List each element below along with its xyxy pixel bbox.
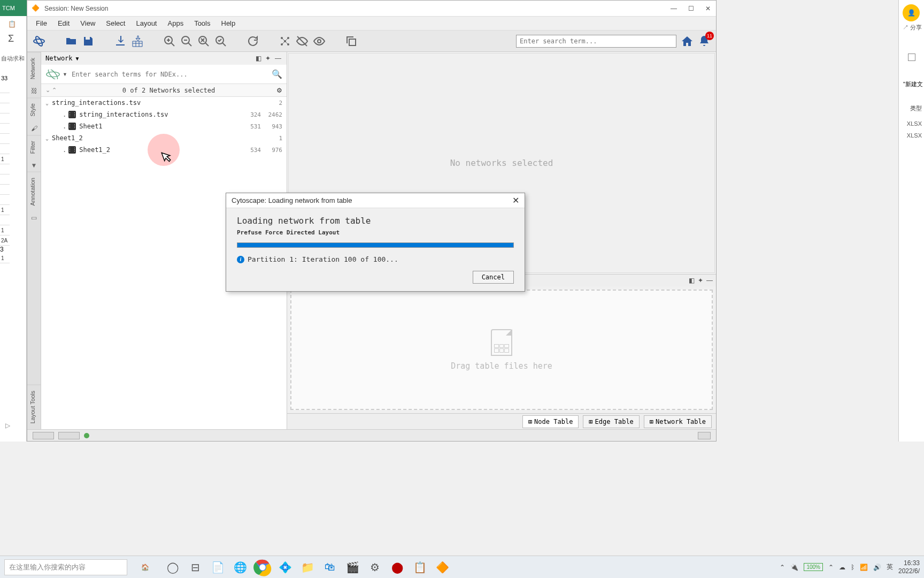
video-icon[interactable]: 🎬: [343, 558, 361, 576]
zoom-in-icon[interactable]: [163, 35, 176, 48]
cell[interactable]: [0, 185, 10, 195]
menu-select[interactable]: Select: [102, 17, 129, 29]
menu-tools[interactable]: Tools: [190, 17, 214, 29]
clock[interactable]: 16:33 2022/6/: [898, 559, 920, 575]
dialog-titlebar[interactable]: Cytoscape: Loading network from table ✕: [226, 193, 525, 208]
show-icon[interactable]: [313, 35, 326, 48]
ndex-search-input[interactable]: [70, 69, 270, 80]
maximize-button[interactable]: ☐: [687, 5, 695, 12]
first-neighbors-icon[interactable]: [279, 35, 291, 48]
cell[interactable]: 1: [0, 154, 10, 164]
cell[interactable]: [0, 83, 10, 93]
side-tab-annotation[interactable]: Annotation: [27, 172, 41, 211]
cell[interactable]: 2A: [0, 235, 10, 246]
wifi-icon[interactable]: 📶: [860, 564, 868, 571]
cell[interactable]: [0, 103, 10, 113]
collapse-icon[interactable]: ⌄ ⌃: [45, 87, 57, 94]
refresh-icon[interactable]: [247, 35, 259, 48]
cell[interactable]: [0, 113, 10, 124]
home-icon[interactable]: [681, 35, 694, 48]
cell[interactable]: [0, 215, 10, 225]
volume-icon[interactable]: 🔊: [873, 564, 881, 571]
close-button[interactable]: ✕: [704, 5, 712, 12]
caret-down-icon[interactable]: ⌄: [45, 100, 52, 106]
tree-collection[interactable]: ⌄ string_interactions.tsv 2: [41, 97, 287, 109]
cytoscape-icon[interactable]: 🔶: [433, 558, 451, 576]
ime-indicator[interactable]: 英: [887, 562, 893, 572]
menu-file[interactable]: File: [32, 17, 51, 29]
cell[interactable]: [0, 93, 10, 103]
avatar[interactable]: 👤: [903, 4, 920, 21]
tray-chevron-icon[interactable]: ⌃: [828, 564, 834, 571]
side-tab-layout-tools[interactable]: Layout Tools: [27, 385, 41, 429]
side-tab-style[interactable]: Style: [27, 97, 41, 121]
cell[interactable]: [0, 164, 10, 174]
zoom-out-icon[interactable]: [180, 35, 193, 48]
sum-icon[interactable]: Σ: [8, 33, 19, 44]
caret-down-icon[interactable]: ⌄: [45, 135, 52, 141]
cell[interactable]: 1: [0, 205, 10, 215]
side-tab-filter[interactable]: Filter: [27, 135, 41, 159]
menu-edit[interactable]: Edit: [53, 17, 74, 29]
dock-icon[interactable]: ◧: [256, 55, 263, 62]
battery-indicator[interactable]: 100%: [804, 563, 823, 571]
ndex-logo-icon[interactable]: [45, 70, 60, 79]
tree-network[interactable]: . ⋮⋮ string_interactions.tsv 324 2462: [41, 109, 287, 120]
minimize-panel-icon[interactable]: —: [706, 277, 713, 284]
cell[interactable]: [0, 134, 10, 144]
hide-icon[interactable]: [296, 35, 309, 48]
onedrive-icon[interactable]: ☁: [839, 564, 845, 571]
explorer-icon[interactable]: 📁: [298, 558, 317, 576]
minimize-button[interactable]: —: [670, 5, 677, 12]
tab-node-table[interactable]: ⊞Node Table: [522, 415, 579, 428]
menu-view[interactable]: View: [76, 17, 99, 29]
chrome-icon[interactable]: [253, 558, 272, 576]
open-folder-icon[interactable]: [65, 35, 78, 48]
paste-icon[interactable]: 📋: [8, 20, 19, 31]
checkbox[interactable]: [908, 54, 915, 61]
menu-apps[interactable]: Apps: [164, 17, 188, 29]
close-icon[interactable]: ✕: [512, 195, 519, 206]
cell[interactable]: 1: [0, 225, 10, 235]
cell[interactable]: [0, 144, 10, 154]
status-button[interactable]: [698, 432, 711, 439]
gear-icon[interactable]: ⚙: [276, 87, 282, 94]
toolbar-search-input[interactable]: [516, 35, 676, 48]
cell[interactable]: [0, 174, 10, 185]
store-icon[interactable]: 🛍: [321, 558, 339, 576]
cell[interactable]: [0, 195, 10, 205]
weather-widget[interactable]: 🏠: [132, 557, 158, 578]
settings-icon[interactable]: ⚙: [366, 558, 384, 576]
edge-icon[interactable]: 🌐: [231, 558, 249, 576]
cell[interactable]: 1: [0, 253, 10, 263]
record-icon[interactable]: ⬤: [388, 558, 406, 576]
cytoscape-logo-icon[interactable]: [33, 35, 45, 48]
tree-network[interactable]: . ⋮⋮ Sheet1 531 943: [41, 120, 287, 132]
bluetooth-icon[interactable]: ᛒ: [851, 564, 854, 571]
cell[interactable]: [0, 124, 10, 134]
notification-bell-icon[interactable]: 11: [698, 35, 711, 48]
tab-network-table[interactable]: ⊞Network Table: [644, 415, 712, 428]
memory-indicator[interactable]: [33, 432, 54, 439]
cancel-button[interactable]: Cancel: [473, 271, 514, 284]
menu-help[interactable]: Help: [217, 17, 240, 29]
titlebar[interactable]: 🔶 Session: New Session — ☐ ✕: [27, 1, 716, 17]
table-drop-zone[interactable]: Drag table files here: [290, 290, 713, 410]
tray-chevron-icon[interactable]: ⌃: [780, 564, 785, 571]
minimize-panel-icon[interactable]: —: [275, 55, 282, 62]
search-icon[interactable]: 🔍: [272, 69, 282, 79]
import-network-icon[interactable]: [114, 35, 127, 48]
copy-icon[interactable]: [345, 35, 358, 48]
dropdown-icon[interactable]: ▼: [75, 56, 80, 62]
zoom-fit-icon[interactable]: [197, 35, 210, 48]
side-tab-network[interactable]: Network: [27, 52, 41, 85]
import-table-icon[interactable]: [131, 35, 144, 48]
power-icon[interactable]: 🔌: [790, 564, 798, 571]
app-icon[interactable]: 💠: [276, 558, 294, 576]
dropdown-icon[interactable]: ▼: [63, 72, 67, 77]
float-icon[interactable]: ✦: [698, 277, 703, 284]
scroll-right-icon[interactable]: ▷: [5, 422, 10, 429]
dock-icon[interactable]: ◧: [689, 277, 695, 284]
save-icon[interactable]: [82, 35, 95, 48]
network-label[interactable]: Network: [45, 55, 73, 62]
